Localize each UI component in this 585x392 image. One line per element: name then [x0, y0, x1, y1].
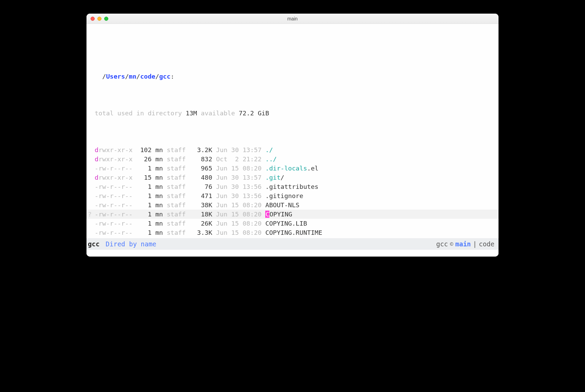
- file-row[interactable]: -rw-r--r-- 1 mn staff 3.3K Jun 15 08:20 …: [86, 228, 499, 237]
- titlebar[interactable]: main: [86, 14, 499, 24]
- file-row[interactable]: -rw-r--r-- 1 mn staff 35K Jun 15 08:20 C…: [86, 237, 499, 238]
- vcs-sep: |: [473, 240, 477, 248]
- vcs-branch[interactable]: main: [455, 240, 471, 248]
- file-row[interactable]: -rw-r--r-- 1 mn staff 38K Jun 15 08:20 A…: [86, 200, 499, 210]
- modeline[interactable]: gcc Dired by name gcc © main|code: [86, 238, 499, 250]
- echo-area[interactable]: [86, 250, 499, 257]
- dired-listing: drwxr-xr-x 102 mn staff 3.2K Jun 30 13:5…: [86, 145, 499, 238]
- vcs-repo: gcc: [436, 240, 448, 248]
- fringe-indicator: ?: [88, 210, 92, 219]
- emacs-window: main ? /Users/mn/code/gcc: total used in…: [86, 14, 499, 257]
- file-row[interactable]: -rw-r--r-- 1 mn staff 76 Jun 30 13:56 .g…: [86, 182, 499, 191]
- path-segment[interactable]: Users: [106, 73, 125, 80]
- dired-path[interactable]: /Users/mn/code/gcc:: [86, 72, 499, 81]
- directory-row[interactable]: drwxr-xr-x 26 mn staff 832 Oct 2 21:22 .…: [86, 154, 499, 164]
- path-segment[interactable]: gcc: [159, 73, 170, 80]
- path-segment[interactable]: mn: [129, 73, 136, 80]
- window-title: main: [86, 16, 499, 21]
- file-row[interactable]: -rw-r--r-- 1 mn staff 965 Jun 15 08:20 .…: [86, 164, 499, 173]
- modeline-left: gcc Dired by name: [88, 240, 156, 248]
- dired-buffer[interactable]: ? /Users/mn/code/gcc: total used in dire…: [86, 24, 499, 238]
- directory-row[interactable]: drwxr-xr-x 15 mn staff 480 Jun 30 13:57 …: [86, 173, 499, 182]
- dired-summary: total used in directory 13M available 72…: [86, 109, 499, 118]
- vcs-symbol-icon: ©: [450, 241, 453, 247]
- modeline-buffer-name[interactable]: gcc: [88, 240, 99, 248]
- vcs-dir: code: [479, 240, 494, 248]
- modeline-vcs: gcc © main|code: [436, 240, 494, 248]
- file-row[interactable]: -rw-r--r-- 1 mn staff 471 Jun 30 13:56 .…: [86, 191, 499, 200]
- file-row[interactable]: -rw-r--r-- 1 mn staff 26K Jun 15 08:20 C…: [86, 219, 499, 228]
- directory-row[interactable]: drwxr-xr-x 102 mn staff 3.2K Jun 30 13:5…: [86, 145, 499, 154]
- point-cursor: C: [265, 211, 269, 218]
- file-row[interactable]: -rw-r--r-- 1 mn staff 18K Jun 15 08:20 C…: [86, 210, 499, 219]
- modeline-major-mode[interactable]: Dired by name: [106, 240, 156, 248]
- path-segment[interactable]: code: [140, 73, 156, 80]
